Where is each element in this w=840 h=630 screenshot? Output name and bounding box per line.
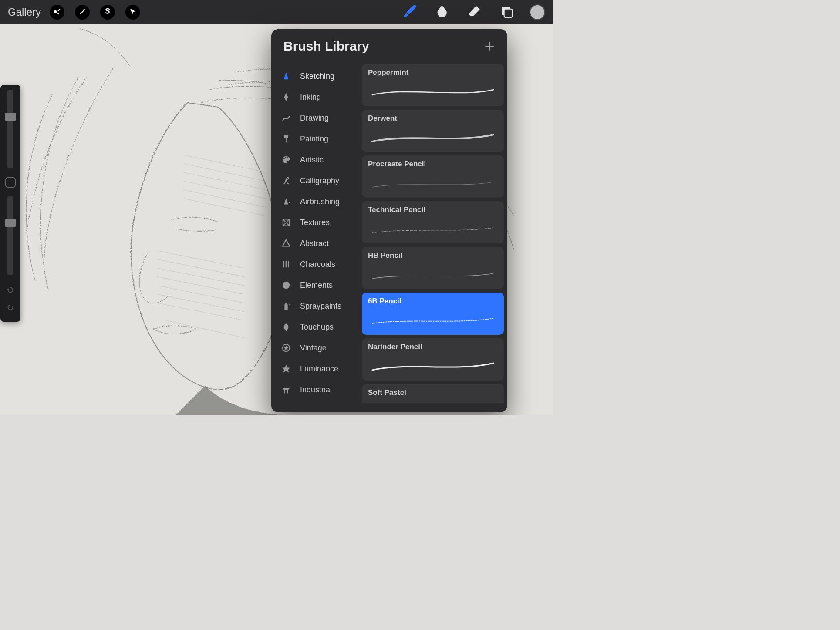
brush-size-slider[interactable] xyxy=(7,90,13,168)
brush-stroke-preview xyxy=(368,311,498,329)
brush-stroke-preview xyxy=(368,128,498,146)
brush-category-label: Elements xyxy=(300,281,333,290)
brush-category-calligraphy[interactable]: Calligraphy xyxy=(271,170,358,191)
abstract-icon xyxy=(280,239,292,248)
brush-name: Technical Pencil xyxy=(368,206,498,214)
wrench-icon xyxy=(53,7,61,17)
brush-category-sketching[interactable]: Sketching xyxy=(271,66,358,87)
brush-soft-pastel[interactable]: Soft Pastel xyxy=(362,384,504,403)
smudge-tool-button[interactable] xyxy=(433,3,451,21)
brush-category-label: Airbrushing xyxy=(300,197,340,206)
calligraphy-icon xyxy=(280,176,292,185)
luminance-icon xyxy=(280,364,292,374)
brush-category-label: Inking xyxy=(300,93,321,102)
brush-category-spraypaints[interactable]: Spraypaints xyxy=(271,296,358,317)
brush-category-elements[interactable]: Elements xyxy=(271,275,358,296)
brush-technical-pencil[interactable]: Technical Pencil xyxy=(362,201,504,243)
brush-category-luminance[interactable]: Luminance xyxy=(271,358,358,379)
brush-category-touchups[interactable]: Touchups xyxy=(271,317,358,337)
svg-point-2 xyxy=(289,202,290,203)
selection-s-icon xyxy=(104,7,111,17)
undo-button[interactable] xyxy=(6,285,15,296)
brush-name: Peppermint xyxy=(368,68,498,77)
slider-panel xyxy=(0,85,20,322)
brush-name: Narinder Pencil xyxy=(368,343,498,351)
brush-category-label: Charcoals xyxy=(300,260,335,269)
spraypaints-icon xyxy=(280,301,292,311)
top-toolbar: Gallery xyxy=(0,0,553,24)
vintage-icon xyxy=(280,343,292,353)
industrial-icon xyxy=(280,385,292,394)
modify-button[interactable] xyxy=(5,177,16,188)
brush-stroke-preview xyxy=(368,174,498,192)
brush-6b-pencil[interactable]: 6B Pencil xyxy=(362,293,504,335)
add-brush-button[interactable] xyxy=(484,40,495,52)
brush-opacity-slider[interactable] xyxy=(7,196,13,275)
brush-category-airbrushing[interactable]: Airbrushing xyxy=(271,191,358,212)
brush-name: Procreate Pencil xyxy=(368,160,498,168)
brush-peppermint[interactable]: Peppermint xyxy=(362,64,504,106)
artistic-icon xyxy=(280,155,292,165)
brush-category-label: Textures xyxy=(300,218,330,227)
layers-icon xyxy=(499,4,514,20)
brush-category-label: Spraypaints xyxy=(300,302,341,311)
left-sidebar xyxy=(0,85,21,322)
brush-category-label: Drawing xyxy=(300,114,329,123)
brush-category-label: Industrial xyxy=(300,385,332,394)
brush-category-vintage[interactable]: Vintage xyxy=(271,337,358,358)
svg-rect-1 xyxy=(504,9,513,17)
brush-opacity-thumb[interactable] xyxy=(5,219,16,227)
brush-hb-pencil[interactable]: HB Pencil xyxy=(362,247,504,289)
brush-category-textures[interactable]: Textures xyxy=(271,212,358,233)
brush-stroke-preview xyxy=(368,266,498,283)
brush-category-abstract[interactable]: Abstract xyxy=(271,233,358,254)
brush-narinder-pencil[interactable]: Narinder Pencil xyxy=(362,338,504,381)
eraser-icon xyxy=(467,4,482,20)
brush-category-painting[interactable]: Painting xyxy=(271,128,358,149)
sketching-icon xyxy=(280,71,292,81)
brush-category-label: Painting xyxy=(300,135,328,144)
svg-point-4 xyxy=(289,304,290,305)
airbrushing-icon xyxy=(280,197,292,206)
brush-category-label: Sketching xyxy=(300,72,334,81)
adjustments-button[interactable] xyxy=(75,5,90,20)
brush-procreate-pencil[interactable]: Procreate Pencil xyxy=(362,155,504,198)
brush-icon xyxy=(402,4,417,20)
wand-icon xyxy=(78,7,86,17)
brush-category-label: Calligraphy xyxy=(300,176,339,185)
selection-button[interactable] xyxy=(100,5,115,20)
brush-category-artistic[interactable]: Artistic xyxy=(271,149,358,170)
brush-name: Derwent xyxy=(368,114,498,123)
brush-tool-button[interactable] xyxy=(401,3,419,21)
painting-icon xyxy=(280,134,292,144)
actions-button[interactable] xyxy=(50,5,64,20)
cursor-arrow-icon xyxy=(129,7,137,17)
brush-derwent[interactable]: Derwent xyxy=(362,110,504,152)
brush-size-thumb[interactable] xyxy=(5,113,16,121)
inking-icon xyxy=(280,92,292,102)
charcoals-icon xyxy=(280,259,292,269)
brush-category-industrial[interactable]: Industrial xyxy=(271,379,358,400)
color-swatch-button[interactable] xyxy=(530,4,545,20)
transform-button[interactable] xyxy=(125,5,140,20)
brush-library-title: Brush Library xyxy=(283,39,369,54)
plus-icon xyxy=(484,40,495,52)
brush-category-inking[interactable]: Inking xyxy=(271,87,358,108)
brush-category-label: Abstract xyxy=(300,239,329,248)
brush-category-drawing[interactable]: Drawing xyxy=(271,108,358,128)
brush-stroke-preview xyxy=(368,357,498,374)
redo-button[interactable] xyxy=(6,303,15,314)
brush-category-list[interactable]: Sketching Inking Drawing Painting Artist… xyxy=(271,62,358,412)
brush-name: Soft Pastel xyxy=(368,388,498,397)
layers-button[interactable] xyxy=(497,3,516,21)
eraser-tool-button[interactable] xyxy=(465,3,483,21)
brush-category-label: Artistic xyxy=(300,155,324,165)
gallery-button[interactable]: Gallery xyxy=(8,6,41,18)
brush-stroke-preview xyxy=(368,83,498,100)
brush-category-label: Vintage xyxy=(300,344,327,353)
drawing-icon xyxy=(280,113,292,123)
brush-category-label: Luminance xyxy=(300,364,338,374)
brush-list[interactable]: Peppermint Derwent Procreate Pencil Tech… xyxy=(358,62,507,412)
brush-category-charcoals[interactable]: Charcoals xyxy=(271,254,358,275)
elements-icon xyxy=(280,280,292,290)
